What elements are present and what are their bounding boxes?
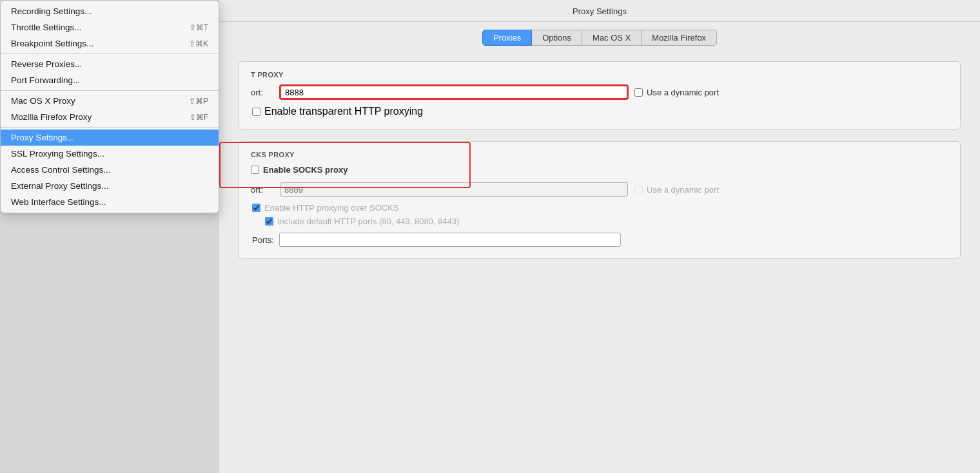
socks-enable-row: Enable SOCKS proxy <box>251 165 948 175</box>
socks-port-row: ort: Use a dynamic port <box>251 182 948 197</box>
menu-item-ssl-proxying[interactable]: SSL Proxying Settings... <box>1 146 219 162</box>
menu-divider-3 <box>1 127 219 128</box>
menu-item-throttle[interactable]: Throttle Settings... ⇧⌘T <box>1 19 219 35</box>
transparent-http-label: Enable transparent HTTP proxying <box>264 106 423 117</box>
http-proxy-label: T Proxy <box>251 71 948 79</box>
http-over-socks-checkbox[interactable] <box>252 204 260 212</box>
socks-proxy-section: CKS Proxy Enable SOCKS proxy ort: Use a … <box>239 141 961 259</box>
tab-options[interactable]: Options <box>532 30 582 46</box>
menu-divider-2 <box>1 90 219 91</box>
transparent-http-checkbox[interactable] <box>252 108 260 116</box>
menu-item-reverse-proxies[interactable]: Reverse Proxies... <box>1 56 219 72</box>
dropdown-menu: Recording Settings... Throttle Settings.… <box>0 0 219 213</box>
socks-enable-label: Enable SOCKS proxy <box>263 165 348 175</box>
include-ports-row: Include default HTTP ports (80, 443, 808… <box>251 217 948 226</box>
ports-label: Ports: <box>252 235 274 245</box>
http-dynamic-port-checkbox[interactable] <box>634 88 643 97</box>
include-ports-checkbox[interactable] <box>265 217 273 226</box>
http-dynamic-port-label: Use a dynamic port <box>634 88 719 97</box>
socks-port-input[interactable] <box>280 182 628 197</box>
http-proxy-section: T Proxy ort: Use a dynamic port Enable t… <box>239 61 961 130</box>
socks-port-label: ort: <box>251 185 273 195</box>
tab-macosx[interactable]: Mac OS X <box>582 30 642 46</box>
socks-proxy-section-label: CKS Proxy <box>251 151 948 159</box>
menu-item-firefox-proxy[interactable]: Mozilla Firefox Proxy ⇧⌘F <box>1 109 219 125</box>
tab-firefox[interactable]: Mozilla Firefox <box>642 30 717 46</box>
menu-item-proxy-settings[interactable]: Proxy Settings... <box>1 130 219 146</box>
menu-item-recording[interactable]: Recording Settings... <box>1 3 219 19</box>
tab-proxies[interactable]: Proxies <box>482 30 532 46</box>
tab-bar: Proxies Options Mac OS X Mozilla Firefox <box>219 22 980 51</box>
panel-content: T Proxy ort: Use a dynamic port Enable t… <box>219 51 980 473</box>
http-port-label: ort: <box>251 88 273 97</box>
http-port-row: ort: Use a dynamic port <box>251 85 948 99</box>
menu-item-breakpoint[interactable]: Breakpoint Settings... ⇧⌘K <box>1 35 219 52</box>
socks-enable-checkbox[interactable] <box>251 166 259 174</box>
transparent-http-row: Enable transparent HTTP proxying <box>251 106 948 117</box>
menu-item-external-proxy[interactable]: External Proxy Settings... <box>1 178 219 194</box>
http-over-socks-label: Enable HTTP proxying over SOCKS <box>264 203 399 213</box>
http-port-input[interactable] <box>280 85 628 99</box>
menu-item-access-control[interactable]: Access Control Settings... <box>1 162 219 178</box>
menu-item-port-forwarding[interactable]: Port Forwarding... <box>1 72 219 88</box>
ports-input[interactable] <box>279 233 621 247</box>
http-over-socks-row: Enable HTTP proxying over SOCKS <box>251 203 948 213</box>
menu-item-macosx-proxy[interactable]: Mac OS X Proxy ⇧⌘P <box>1 93 219 109</box>
panel-title: Proxy Settings <box>219 0 980 22</box>
ports-row: Ports: <box>251 233 948 247</box>
proxy-settings-panel: Proxy Settings Proxies Options Mac OS X … <box>219 0 980 473</box>
socks-dynamic-port-label: Use a dynamic port <box>634 185 719 195</box>
socks-dynamic-port-checkbox[interactable] <box>634 186 643 194</box>
menu-divider-1 <box>1 53 219 54</box>
include-ports-label: Include default HTTP ports (80, 443, 808… <box>277 217 459 226</box>
menu-item-web-interface[interactable]: Web Interface Settings... <box>1 194 219 210</box>
